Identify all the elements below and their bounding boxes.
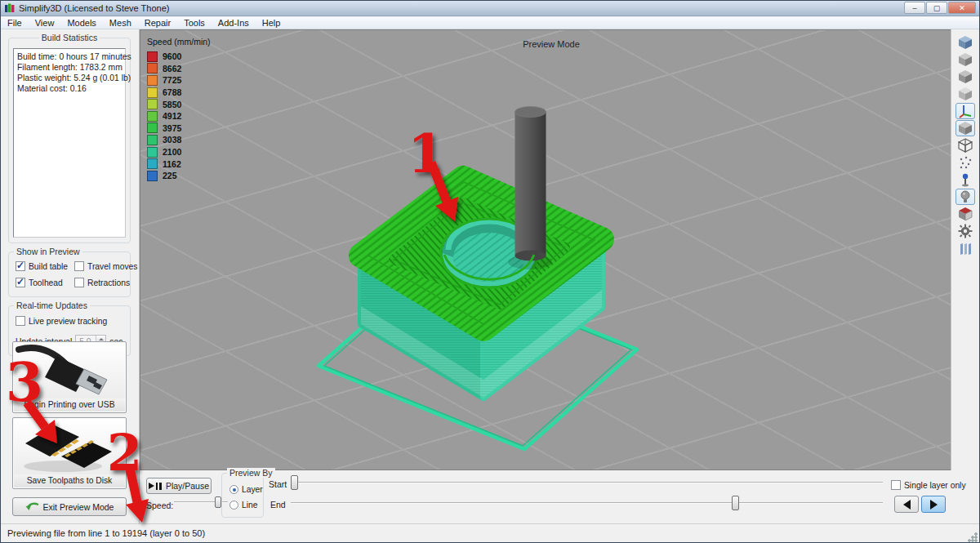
travel-moves-checkbox-icon[interactable]: [74, 261, 84, 271]
cross-section-icon[interactable]: [956, 206, 975, 222]
menu-item-mesh[interactable]: Mesh: [103, 18, 138, 28]
save-toolpaths-button[interactable]: Save Toolpaths to Disk: [12, 417, 127, 489]
show-in-preview-title: Show in Preview: [14, 247, 82, 256]
gcode-preview-model: [140, 30, 952, 470]
left-panel: Build Statistics Build time: 0 hours 17 …: [1, 29, 140, 523]
menu-item-addins[interactable]: Add-Ins: [212, 18, 256, 28]
menu-item-view[interactable]: View: [29, 18, 61, 28]
next-layer-button[interactable]: [921, 496, 946, 513]
close-button-icon[interactable]: ✕: [948, 2, 976, 14]
legend-row: 3038: [147, 134, 211, 146]
menu-item-models[interactable]: Models: [60, 18, 102, 28]
coordinate-axes-icon[interactable]: [956, 103, 975, 119]
points-view-icon[interactable]: [956, 154, 975, 171]
legend-swatch: [147, 51, 158, 62]
preview-controls-bar: Play/Pause Speed: Preview By Layer Line …: [140, 470, 952, 523]
legend-swatch: [147, 111, 158, 122]
start-slider-thumb[interactable]: [291, 475, 298, 490]
legend-row: 8662: [147, 63, 211, 75]
normals-pin-icon[interactable]: [956, 171, 975, 188]
end-slider-thumb[interactable]: [732, 496, 739, 510]
legend-row: 4912: [147, 110, 211, 122]
live-preview-checkbox-icon[interactable]: [16, 316, 25, 326]
menu-bar: File View Models Mesh Repair Tools Add-I…: [1, 17, 979, 29]
build-statistics-box: Build time: 0 hours 17 minutes Filament …: [13, 48, 126, 238]
exit-button-label: Exit Preview Mode: [43, 502, 114, 512]
previous-arrow-icon: [903, 500, 911, 510]
start-label: Start: [269, 479, 287, 489]
line-radio-icon[interactable]: [229, 501, 238, 510]
start-layer-slider[interactable]: [291, 475, 883, 490]
next-arrow-icon: [930, 500, 938, 510]
stat-material-cost: Material cost: 0.16: [17, 83, 122, 94]
speed-legend: Speed (mm/min) 9600 8662 7725 6788 5850 …: [147, 37, 211, 182]
radio-layer[interactable]: Layer: [229, 485, 263, 494]
view-toolbar: [951, 29, 979, 523]
single-layer-checkbox-icon[interactable]: [891, 480, 901, 490]
title-bar[interactable]: Simplify3D (Licensed to Steve Thone) – ▢…: [1, 1, 979, 16]
view-cube-grey-icon-2[interactable]: [956, 69, 975, 85]
show-in-preview-group: Show in Preview Build table Travel moves…: [8, 251, 131, 297]
app-window: Simplify3D (Licensed to Steve Thone) – ▢…: [0, 0, 980, 543]
stat-build-time: Build time: 0 hours 17 minutes: [17, 51, 122, 62]
menu-item-help[interactable]: Help: [256, 18, 287, 28]
legend-title: Speed (mm/min): [147, 37, 211, 47]
wireframe-cube-icon[interactable]: [956, 137, 975, 154]
legend-row: 3975: [147, 122, 211, 135]
view-cube-grey-icon-3[interactable]: [956, 86, 975, 102]
single-layer-label: Single layer only: [904, 481, 966, 490]
gear-icon[interactable]: [956, 223, 975, 239]
retractions-checkbox-icon[interactable]: [74, 278, 84, 287]
preview-by-group: Preview By Layer Line: [221, 473, 264, 518]
play-icon: [149, 483, 154, 489]
exit-preview-mode-button[interactable]: Exit Preview Mode: [12, 497, 127, 516]
legend-swatch: [147, 147, 158, 158]
minimize-button-icon[interactable]: –: [904, 2, 925, 14]
single-layer-checkbox-row[interactable]: Single layer only: [891, 480, 966, 490]
legend-swatch: [147, 99, 158, 109]
layer-radio-icon[interactable]: [229, 485, 238, 494]
legend-swatch: [147, 158, 158, 169]
window-title: Simplify3D (Licensed to Steve Thone): [19, 3, 169, 13]
checkbox-toolhead[interactable]: Toolhead: [16, 278, 63, 287]
preview-mode-label: Preview Mode: [523, 39, 580, 49]
menu-item-file[interactable]: File: [1, 18, 29, 28]
stat-plastic-weight: Plastic weight: 5.24 g (0.01 lb): [17, 73, 122, 83]
solid-view-cube-icon[interactable]: [956, 120, 975, 136]
supports-icon[interactable]: [956, 240, 975, 256]
end-label: End: [270, 500, 286, 510]
speed-slider[interactable]: [174, 496, 228, 508]
checkbox-retractions[interactable]: Retractions: [74, 278, 130, 287]
realtime-updates-title: Real-time Updates: [14, 300, 90, 310]
play-pause-button[interactable]: Play/Pause: [146, 478, 212, 494]
radio-line[interactable]: Line: [229, 501, 257, 510]
usb-button-label: Begin Printing over USB: [14, 398, 125, 412]
begin-printing-usb-button[interactable]: Begin Printing over USB: [12, 341, 127, 413]
pause-icon: [156, 483, 158, 490]
status-bar: Previewing file from line 1 to 19194 (la…: [1, 523, 979, 543]
resize-grip[interactable]: [967, 532, 978, 542]
light-bulb-icon[interactable]: [956, 189, 975, 205]
menu-item-repair[interactable]: Repair: [138, 18, 177, 28]
build-table-checkbox-icon[interactable]: [16, 261, 25, 271]
maximize-button-icon[interactable]: ▢: [926, 2, 947, 14]
end-layer-slider[interactable]: [291, 496, 883, 510]
menu-item-tools[interactable]: Tools: [177, 18, 212, 28]
play-pause-label: Play/Pause: [166, 481, 209, 491]
speed-slider-thumb[interactable]: [215, 496, 221, 508]
preview-3d-viewport[interactable]: Preview Mode Speed (mm/min) 9600 8662 77…: [140, 29, 952, 470]
view-cube-grey-icon-1[interactable]: [956, 51, 975, 68]
legend-row: 5850: [147, 98, 211, 110]
toolhead-checkbox-icon[interactable]: [16, 278, 25, 287]
checkbox-build-table[interactable]: Build table: [16, 261, 68, 271]
preview-by-title: Preview By: [227, 468, 275, 478]
speed-label: Speed:: [146, 501, 173, 510]
checkbox-live-preview[interactable]: Live preview tracking: [16, 316, 107, 326]
app-logo-icon: [5, 3, 15, 13]
green-back-arrow-icon: [25, 502, 39, 512]
checkbox-travel-moves[interactable]: Travel moves: [74, 261, 137, 271]
build-statistics-group: Build Statistics Build time: 0 hours 17 …: [8, 38, 131, 243]
view-cube-blue-icon[interactable]: [956, 34, 975, 51]
stat-filament-length: Filament length: 1783.2 mm: [17, 62, 122, 73]
previous-layer-button[interactable]: [894, 496, 919, 513]
